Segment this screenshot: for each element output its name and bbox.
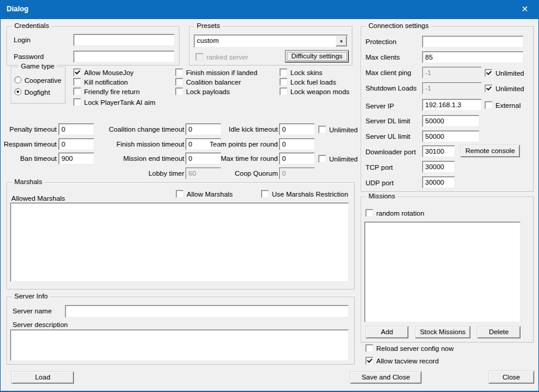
udp-port-input[interactable]: [422, 176, 455, 188]
shutdown-loads-input: [422, 82, 482, 94]
lock-weapon-mods-checkbox[interactable]: [280, 88, 287, 95]
max-client-ping-label: Max client ping: [365, 69, 411, 77]
finish-mission-if-landed-label: Finish mission if landed: [186, 69, 258, 77]
server-name-label: Server name: [13, 307, 52, 315]
penalty-timeout-input[interactable]: [58, 123, 94, 135]
marshals-legend: Marshals: [12, 178, 45, 185]
max-time-unlimited-label: Unlimited: [329, 155, 358, 163]
preset-select[interactable]: custom ▼: [194, 35, 348, 48]
idle-kick-timeout-input[interactable]: [279, 123, 315, 135]
udp-port-label: UDP port: [365, 179, 394, 187]
lock-weapon-mods-label: Lock weapon mods: [290, 88, 349, 96]
server-name-input[interactable]: [65, 305, 349, 318]
difficulty-settings-button[interactable]: Difficulty settings: [285, 50, 349, 63]
coop-quorum-label: Coop Quorum: [197, 169, 278, 178]
server-description-input[interactable]: [10, 329, 349, 361]
ranked-server-checkbox: [196, 53, 203, 61]
server-ul-limit-input[interactable]: [422, 130, 479, 142]
random-rotation-checkbox[interactable]: [365, 209, 373, 217]
finish-mission-timeout-label: Finish mission timeout: [96, 140, 184, 148]
friendly-fire-return-label: Friendly fire return: [84, 88, 140, 96]
idle-kick-unlimited-checkbox[interactable]: [318, 126, 326, 133]
delete-mission-button[interactable]: Delete: [477, 326, 521, 338]
max-time-unlimited-checkbox[interactable]: [318, 155, 326, 163]
allow-marshals-checkbox[interactable]: [176, 190, 184, 198]
login-input[interactable]: [73, 34, 175, 46]
close-button[interactable]: ✕: [511, 0, 538, 19]
lock-skins-checkbox[interactable]: [280, 69, 287, 76]
allow-mousejoy-checkbox[interactable]: [73, 69, 81, 76]
remote-console-button[interactable]: Remote console: [460, 145, 520, 157]
coalition-balancer-checkbox[interactable]: [175, 78, 183, 86]
cooperative-radio[interactable]: [14, 76, 21, 83]
team-points-per-round-input[interactable]: [279, 138, 315, 150]
password-input[interactable]: [73, 51, 175, 63]
server-dl-limit-input[interactable]: [422, 115, 479, 127]
lock-fuel-loads-checkbox[interactable]: [280, 78, 287, 86]
ranked-server-label: ranked server: [206, 53, 248, 61]
reload-server-config-checkbox[interactable]: [365, 344, 373, 352]
coalition-change-timeout-label: Coalition change timeout: [96, 125, 184, 133]
close-icon: ✕: [521, 4, 528, 14]
max-clients-label: Max clients: [365, 53, 400, 61]
finish-mission-if-landed-checkbox[interactable]: [175, 69, 183, 76]
protection-input[interactable]: [422, 36, 523, 48]
stock-missions-button[interactable]: Stock Missions: [415, 326, 470, 338]
dialog-window: Dialog ✕ Credentials Login Password Pres…: [0, 0, 539, 392]
save-and-close-button[interactable]: Save and Close: [350, 371, 422, 384]
shutdown-loads-unlimited-checkbox[interactable]: [485, 85, 492, 92]
external-checkbox[interactable]: [485, 101, 492, 109]
password-label: Password: [14, 52, 44, 61]
protection-label: Protection: [365, 38, 396, 46]
use-marshals-restriction-label: Use Marshals Restriction: [272, 190, 348, 198]
use-marshals-restriction-checkbox[interactable]: [261, 190, 269, 198]
titlebar[interactable]: Dialog ✕: [1, 0, 538, 19]
max-time-for-round-label: Max time for round: [197, 154, 278, 163]
lock-playertank-ai-aim-checkbox[interactable]: [73, 98, 81, 106]
missions-list[interactable]: [364, 222, 521, 322]
tcp-port-label: TCP port: [365, 163, 393, 172]
lock-payloads-checkbox[interactable]: [175, 88, 183, 95]
external-label: External: [495, 101, 521, 110]
add-mission-button[interactable]: Add: [365, 326, 408, 338]
mission-end-timeout-label: Mission end timeout: [96, 154, 184, 163]
friendly-fire-return-checkbox[interactable]: [73, 88, 81, 95]
lock-fuel-loads-label: Lock fuel loads: [290, 78, 336, 86]
respawn-timeout-input[interactable]: [58, 138, 94, 150]
chevron-down-icon[interactable]: ▼: [336, 36, 347, 46]
lobby-timer-label: Lobby timer: [96, 169, 184, 178]
dogfight-radio[interactable]: [14, 88, 21, 95]
connection-settings-legend: Connection settings: [366, 22, 431, 29]
max-client-ping-unlimited-checkbox[interactable]: [485, 69, 492, 77]
server-ip-input[interactable]: [422, 99, 482, 111]
team-points-per-round-label: Team points per round: [197, 140, 278, 148]
respawn-timeout-label: Respawn timeout: [1, 140, 57, 148]
penalty-timeout-label: Penalty timeout: [1, 125, 57, 133]
server-info-legend: Server Info: [12, 293, 50, 300]
downloader-port-input[interactable]: [422, 145, 455, 157]
max-client-ping-input: [422, 67, 482, 79]
allow-mousejoy-label: Allow MouseJoy: [84, 69, 134, 77]
allowed-marshals-list[interactable]: [10, 203, 349, 282]
game-type-legend: Game type: [18, 63, 57, 70]
kill-notification-checkbox[interactable]: [73, 78, 81, 86]
max-time-for-round-input[interactable]: [279, 153, 315, 164]
max-clients-input[interactable]: [422, 51, 523, 63]
downloader-port-label: Downloader port: [365, 148, 416, 156]
ban-timeout-input[interactable]: [58, 153, 94, 164]
shutdown-loads-label: Shutdown Loads: [365, 84, 417, 92]
idle-kick-timeout-label: Idle kick timeout: [197, 125, 278, 133]
allow-tacview-record-label: Allow tacview record: [376, 357, 439, 365]
tcp-port-input[interactable]: [422, 161, 455, 173]
allow-tacview-record-checkbox[interactable]: [365, 357, 373, 365]
server-ip-label: Server IP: [365, 102, 394, 110]
load-button[interactable]: Load: [11, 371, 74, 384]
lock-payloads-label: Lock payloads: [186, 88, 230, 96]
missions-legend: Missions: [366, 192, 398, 200]
close-dialog-button[interactable]: Close: [488, 371, 534, 384]
max-client-ping-unlimited-label: Unlimited: [495, 69, 524, 77]
lock-skins-label: Lock skins: [290, 69, 323, 77]
server-ul-limit-label: Server UL limit: [365, 132, 410, 141]
credentials-legend: Credentials: [12, 22, 51, 29]
idle-kick-unlimited-label: Unlimited: [329, 126, 358, 134]
